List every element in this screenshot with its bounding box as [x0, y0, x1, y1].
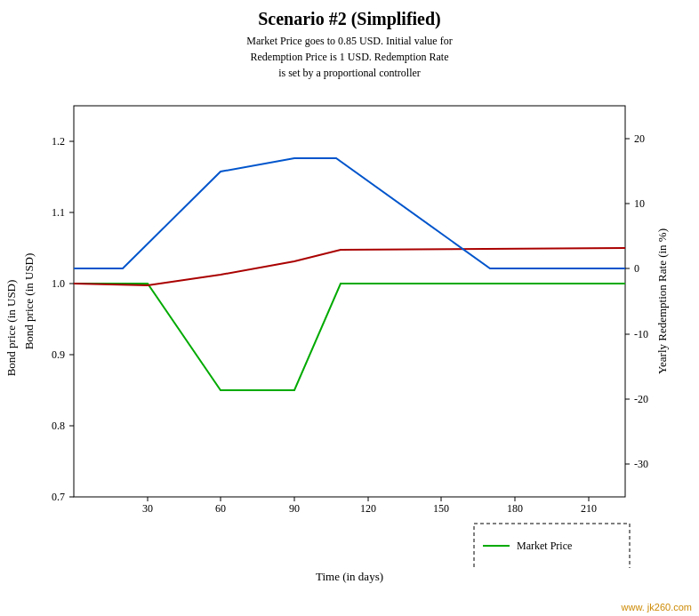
legend-market-price-label: Market Price	[517, 540, 572, 552]
x-axis-label: Time (in days)	[316, 570, 383, 584]
svg-text:60: 60	[215, 502, 226, 515]
svg-text:120: 120	[360, 502, 376, 515]
svg-text:1.2: 1.2	[52, 135, 65, 148]
svg-text:0.8: 0.8	[52, 420, 65, 432]
svg-text:90: 90	[289, 502, 300, 515]
chart-title: Scenario #2 (Simplified)	[258, 9, 441, 29]
svg-text:-10: -10	[634, 328, 648, 340]
svg-text:210: 210	[581, 502, 597, 515]
svg-text:30: 30	[142, 502, 153, 515]
svg-text:10: 10	[634, 197, 645, 210]
svg-rect-0	[74, 106, 625, 497]
svg-text:-30: -30	[634, 458, 648, 470]
svg-text:Bond price (in USD): Bond price (in USD)	[22, 253, 36, 350]
svg-text:0.7: 0.7	[52, 491, 65, 503]
watermark: www. jk260.com	[622, 602, 692, 612]
svg-text:1.0: 1.0	[52, 277, 65, 290]
page-container: Scenario #2 (Simplified) Market Price go…	[0, 0, 699, 616]
svg-text:20: 20	[634, 132, 645, 145]
svg-text:180: 180	[507, 502, 523, 515]
svg-text:Yearly Redemption Rate (in %): Yearly Redemption Rate (in %)	[655, 228, 669, 374]
chart-area: 0.7 0.8 0.9 1.0 1.1 1.2 -30 -20	[20, 88, 679, 568]
chart-svg: 0.7 0.8 0.9 1.0 1.1 1.2 -30 -20	[20, 88, 679, 568]
svg-text:0.9: 0.9	[52, 348, 65, 361]
y-left-axis-label: Bond price (in USD)	[4, 280, 19, 377]
svg-text:0: 0	[634, 262, 639, 275]
svg-text:-20: -20	[634, 393, 648, 405]
chart-subtitle: Market Price goes to 0.85 USD. Initial v…	[246, 33, 452, 81]
svg-text:1.1: 1.1	[52, 206, 65, 219]
svg-text:150: 150	[433, 502, 449, 515]
